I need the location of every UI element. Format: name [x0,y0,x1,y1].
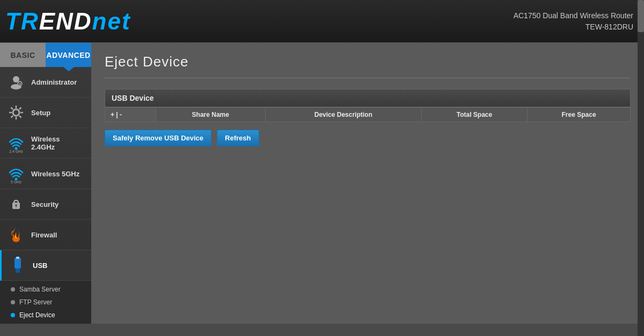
sidebar-item-firewall-label: Firewall [31,231,57,239]
sidebar-item-usb[interactable]: USB [0,250,91,281]
svg-rect-21 [14,258,21,268]
table-header-free-space: Free Space [528,108,631,122]
router-info: AC1750 Dual Band Wireless Router TEW-812… [514,10,633,33]
svg-rect-22 [16,257,19,259]
wireless5-icon: 5 GHz [6,164,26,183]
svg-text:✕: ✕ [19,83,21,86]
sidebar-item-security-label: Security [31,200,58,208]
security-icon [6,195,26,214]
logo-end: END [39,8,92,34]
svg-rect-23 [16,268,20,273]
table-header-add-remove: + | - [105,108,156,122]
svg-text:2.4 GHz: 2.4 GHz [9,150,23,153]
action-row: Safely Remove USB Device Refresh [105,130,631,146]
sidebar-item-usb-label: USB [33,262,47,270]
sidebar-item-wireless24[interactable]: 2.4 GHz Wireless 2.4GHz [0,128,91,159]
svg-text:5 GHz: 5 GHz [11,180,21,183]
svg-rect-18 [14,200,18,204]
usb-submenu: Samba Server FTP Server Eject Device [0,281,91,324]
sidebar-item-administrator[interactable]: ✕ Administrator [0,67,91,98]
firewall-icon [6,225,26,244]
logo-tr: TR [5,8,39,34]
svg-line-10 [19,116,21,118]
sidebar-item-wireless5-label: Wireless 5GHz [31,170,79,178]
submenu-item-eject[interactable]: Eject Device [0,309,91,322]
safely-remove-usb-button[interactable]: Safely Remove USB Device [105,130,211,146]
submenu-dot-samba [11,287,15,292]
submenu-label-ftp: FTP Server [19,298,52,306]
sidebar: BASIC ADVANCED ✕ Administrator [0,43,91,324]
table-header-share-name: Share Name [156,108,265,122]
sidebar-item-setup[interactable]: Setup [0,98,91,128]
table-header-device-description: Device Description [265,108,421,122]
device-section: USB Device + | - Share Name Device Descr… [105,89,631,146]
sidebar-item-firewall[interactable]: Firewall [0,220,91,250]
refresh-button[interactable]: Refresh [217,130,259,146]
router-model: AC1750 Dual Band Wireless Router [514,10,633,21]
svg-line-9 [11,108,13,110]
sidebar-item-security[interactable]: Security [0,189,91,220]
usb-icon [8,256,27,275]
sidebar-item-wireless5[interactable]: 5 GHz Wireless 5GHz [0,159,91,189]
logo: TRENDnet [5,8,131,35]
setup-icon [6,103,26,122]
table-header-row: + | - Share Name Device Description Tota… [105,108,631,122]
sidebar-item-setup-label: Setup [31,109,50,117]
submenu-dot-ftp [11,300,15,304]
submenu-dot-eject [11,313,15,317]
usb-device-section-title: USB Device [105,89,631,107]
sidebar-item-administrator-label: Administrator [31,78,77,86]
svg-point-4 [13,109,19,116]
tab-advanced[interactable]: ADVANCED [46,43,91,67]
submenu-item-ftp[interactable]: FTP Server [0,296,91,309]
submenu-item-samba[interactable]: Samba Server [0,283,91,296]
device-table: + | - Share Name Device Description Tota… [105,107,631,122]
scrollbar[interactable] [638,0,644,336]
svg-line-12 [11,116,13,118]
submenu-label-samba: Samba Server [19,286,61,293]
admin-icon: ✕ [6,72,26,92]
submenu-label-eject: Eject Device [19,311,55,319]
wireless24-icon: 2.4 GHz [6,133,26,153]
scrollbar-thumb[interactable] [638,0,644,32]
page-title: Eject Device [105,54,631,78]
content-area: Eject Device USB Device + | - Share Name… [91,43,644,324]
logo-net: net [92,8,131,34]
header: TRENDnet AC1750 Dual Band Wireless Route… [0,0,644,43]
main-container: BASIC ADVANCED ✕ Administrator [0,43,644,324]
nav-items: ✕ Administrator [0,67,91,324]
tab-basic[interactable]: BASIC [0,43,46,67]
router-sku: TEW-812DRU [514,21,633,33]
svg-line-11 [19,108,21,110]
sidebar-item-wireless24-label: Wireless 2.4GHz [31,135,85,151]
tab-bar: BASIC ADVANCED [0,43,91,67]
table-header-total-space: Total Space [421,108,527,122]
